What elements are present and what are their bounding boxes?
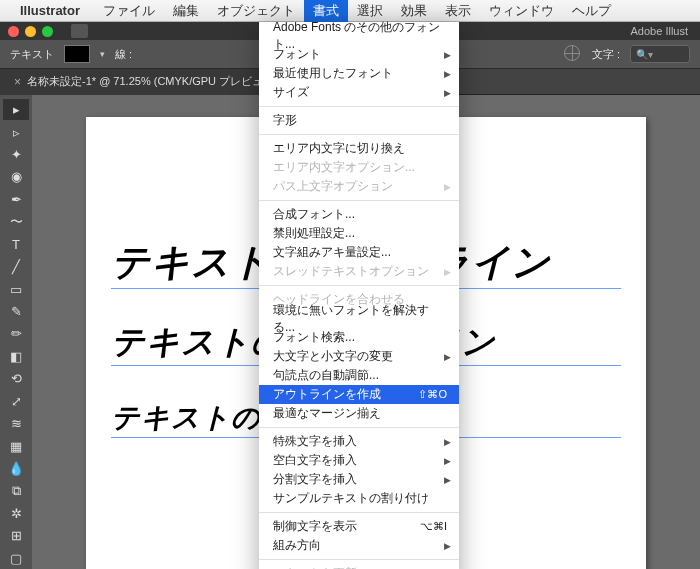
blend-tool[interactable]: ⧉ <box>3 480 29 501</box>
menu-item[interactable]: 文字組みアキ量設定... <box>259 243 459 262</box>
menu-item: パス上文字オプション <box>259 177 459 196</box>
menu-item[interactable]: 組み方向 <box>259 536 459 555</box>
menu-separator <box>259 559 459 560</box>
menu-item: スレッドテキストオプション <box>259 262 459 281</box>
rectangle-tool[interactable]: ▭ <box>3 278 29 299</box>
menu-item[interactable]: 最適なマージン揃え <box>259 404 459 423</box>
pen-tool[interactable]: ✒ <box>3 189 29 210</box>
menu-separator <box>259 512 459 513</box>
menu-item[interactable]: 字形 <box>259 111 459 130</box>
eraser-tool[interactable]: ◧ <box>3 346 29 367</box>
menu-item[interactable]: フォント <box>259 45 459 64</box>
menu-separator <box>259 106 459 107</box>
menu-separator <box>259 427 459 428</box>
menu-item[interactable]: 最近使用したフォント <box>259 64 459 83</box>
type-tool[interactable]: T <box>3 234 29 255</box>
zoom-button[interactable] <box>42 26 53 37</box>
character-label: 文字 : <box>592 47 620 62</box>
fill-swatch[interactable] <box>64 45 90 63</box>
blob-brush-tool[interactable]: ✏ <box>3 323 29 344</box>
symbol-sprayer-tool[interactable]: ✲ <box>3 503 29 524</box>
menu-item[interactable]: 大文字と小文字の変更 <box>259 347 459 366</box>
menu-window[interactable]: ウィンドウ <box>480 0 563 22</box>
selection-tool[interactable]: ▸ <box>3 99 29 120</box>
menu-item[interactable]: サイズ <box>259 83 459 102</box>
document-tab-title: 名称未設定-1* @ 71.25% (CMYK/GPU プレビュー) <box>27 74 278 89</box>
menu-separator <box>259 285 459 286</box>
menu-item[interactable]: アウトラインを作成⇧⌘O <box>259 385 459 404</box>
magic-wand-tool[interactable]: ✦ <box>3 144 29 165</box>
menu-item[interactable]: 環境に無いフォントを解決する... <box>259 309 459 328</box>
menu-item[interactable]: フォント検索... <box>259 328 459 347</box>
close-tab-icon[interactable]: × <box>14 75 21 89</box>
home-icon[interactable] <box>71 24 88 38</box>
menu-item[interactable]: 特殊文字を挿入 <box>259 432 459 451</box>
paintbrush-tool[interactable]: ✎ <box>3 301 29 322</box>
scale-tool[interactable]: ⤢ <box>3 390 29 411</box>
gradient-tool[interactable]: ▦ <box>3 435 29 456</box>
globe-icon[interactable] <box>564 45 582 63</box>
eyedropper-tool[interactable]: 💧 <box>3 458 29 479</box>
stroke-label: 線 : <box>115 47 132 62</box>
graph-tool[interactable]: ⊞ <box>3 525 29 546</box>
artboard-tool[interactable]: ▢ <box>3 547 29 568</box>
menu-item[interactable]: サンプルテキストの割り付け <box>259 489 459 508</box>
menu-separator <box>259 134 459 135</box>
font-search-input[interactable]: 🔍▾ <box>630 45 690 63</box>
type-menu-dropdown: Adobe Fonts のその他のフォント...フォント最近使用したフォントサイ… <box>259 22 459 569</box>
menu-separator <box>259 200 459 201</box>
minimize-button[interactable] <box>25 26 36 37</box>
tools-panel: ▸ ▹ ✦ ◉ ✒ 〜 T ╱ ▭ ✎ ✏ ◧ ⟲ ⤢ ≋ ▦ 💧 ⧉ ✲ ⊞ … <box>0 95 32 569</box>
shortcut-label: ⇧⌘O <box>418 388 447 401</box>
menu-item[interactable]: 禁則処理設定... <box>259 224 459 243</box>
menu-item[interactable]: 合成フォント... <box>259 205 459 224</box>
line-tool[interactable]: ╱ <box>3 256 29 277</box>
brand-label: Adobe Illust <box>631 25 688 37</box>
menu-item[interactable]: 分割文字を挿入 <box>259 470 459 489</box>
curvature-tool[interactable]: 〜 <box>3 211 29 232</box>
menu-item: テキストを更新 <box>259 564 459 569</box>
menu-item[interactable]: 空白文字を挿入 <box>259 451 459 470</box>
menu-file[interactable]: ファイル <box>94 0 164 22</box>
rotate-tool[interactable]: ⟲ <box>3 368 29 389</box>
menu-item: エリア内文字オプション... <box>259 158 459 177</box>
object-type-label: テキスト <box>10 47 54 62</box>
document-tab[interactable]: × 名称未設定-1* @ 71.25% (CMYK/GPU プレビュー) <box>0 69 293 95</box>
lasso-tool[interactable]: ◉ <box>3 166 29 187</box>
width-tool[interactable]: ≋ <box>3 413 29 434</box>
menu-item[interactable]: Adobe Fonts のその他のフォント... <box>259 26 459 45</box>
shortcut-label: ⌥⌘I <box>420 520 447 533</box>
close-button[interactable] <box>8 26 19 37</box>
menu-help[interactable]: ヘルプ <box>563 0 620 22</box>
fill-dropdown-icon[interactable]: ▾ <box>100 49 105 59</box>
direct-selection-tool[interactable]: ▹ <box>3 121 29 142</box>
menu-item[interactable]: 句読点の自動調節... <box>259 366 459 385</box>
menu-edit[interactable]: 編集 <box>164 0 208 22</box>
menu-item[interactable]: 制御文字を表示⌥⌘I <box>259 517 459 536</box>
menu-item[interactable]: エリア内文字に切り換え <box>259 139 459 158</box>
app-name[interactable]: Illustrator <box>20 3 80 18</box>
